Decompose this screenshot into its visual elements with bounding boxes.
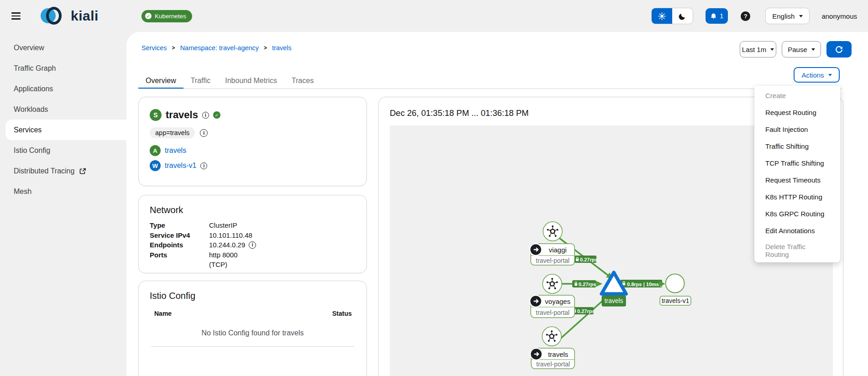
sidebar-item-distributed-tracing[interactable]: Distributed Tracing bbox=[0, 161, 126, 181]
breadcrumb-service-name[interactable]: travels bbox=[272, 44, 292, 52]
svg-text:0.27rps: 0.27rps bbox=[579, 282, 596, 287]
menu-item-k8s-grpc-routing[interactable]: K8s GRPC Routing bbox=[754, 205, 840, 222]
menu-item-delete-traffic-routing: Delete Traffic Routing bbox=[754, 242, 840, 259]
menu-item-request-routing[interactable]: Request Routing bbox=[754, 104, 840, 121]
column-name: Name bbox=[154, 310, 172, 317]
network-card-title: Network bbox=[150, 205, 356, 215]
help-icon[interactable]: ? bbox=[741, 11, 750, 21]
sidebar: Overview Traffic Graph Applications Work… bbox=[0, 32, 126, 376]
service-type-badge: S bbox=[150, 109, 162, 121]
workload-link[interactable]: travels-v1 bbox=[165, 162, 196, 170]
tab-overview[interactable]: Overview bbox=[138, 73, 183, 89]
angle-right-icon: > bbox=[264, 45, 267, 51]
caret-down-icon bbox=[770, 48, 774, 51]
sidebar-item-overview[interactable]: Overview bbox=[0, 37, 126, 58]
dark-theme-button[interactable] bbox=[672, 8, 693, 24]
language-dropdown[interactable]: English bbox=[765, 8, 810, 24]
kiali-logo-icon bbox=[41, 6, 67, 26]
app-type-badge: A bbox=[150, 145, 161, 156]
content-panel: Services > Namespace: travel-agency > tr… bbox=[126, 32, 868, 376]
workload-box-node-viaggi[interactable]: viaggi travel-portal bbox=[530, 244, 575, 265]
workload-box-node-travels[interactable]: travels travel-portal bbox=[530, 348, 575, 369]
actions-button[interactable]: Actions bbox=[794, 67, 840, 83]
graph-time-range: Dec 26, 01:35:18 PM ... 01:36:18 PM bbox=[390, 108, 528, 118]
brand-name: kiali bbox=[71, 8, 99, 24]
refresh-button[interactable] bbox=[826, 41, 852, 57]
svg-text:travels-v1: travels-v1 bbox=[662, 297, 690, 304]
actions-dropdown-menu: Create Request Routing Fault Injection T… bbox=[754, 86, 840, 262]
workload-circle-node-travels-v1[interactable]: travels-v1 bbox=[660, 274, 691, 306]
workload-type-badge: W bbox=[150, 160, 161, 171]
check-circle-icon: ✓ bbox=[145, 13, 152, 19]
menu-item-traffic-shifting[interactable]: Traffic Shifting bbox=[754, 138, 840, 155]
sidebar-item-applications[interactable]: Applications bbox=[0, 78, 126, 99]
refresh-interval-dropdown[interactable]: Pause bbox=[782, 41, 821, 57]
external-link-icon bbox=[79, 168, 86, 174]
breadcrumb: Services > Namespace: travel-agency > tr… bbox=[141, 44, 292, 52]
caret-down-icon bbox=[799, 15, 803, 17]
mesh-node[interactable] bbox=[542, 327, 561, 346]
info-icon[interactable]: i bbox=[249, 241, 256, 249]
arrow-circle-icon bbox=[530, 295, 542, 307]
sidebar-item-istio-config[interactable]: Istio Config bbox=[0, 140, 126, 161]
sidebar-item-mesh[interactable]: Mesh bbox=[0, 181, 126, 202]
cluster-badge: ✓ Kubernetes bbox=[141, 10, 192, 22]
menu-item-tcp-traffic-shifting[interactable]: TCP Traffic Shifting bbox=[754, 155, 840, 172]
theme-toggle bbox=[651, 8, 693, 24]
menu-item-create: Create bbox=[754, 87, 840, 104]
svg-text:travel-portal: travel-portal bbox=[536, 309, 570, 316]
notifications-count: 1 bbox=[720, 12, 723, 20]
column-status: Status bbox=[332, 310, 352, 317]
caret-down-icon bbox=[811, 48, 815, 51]
breadcrumb-namespace[interactable]: Namespace: travel-agency bbox=[180, 44, 259, 52]
edge-rate-badge: 0.27rps bbox=[572, 280, 596, 287]
actions-label: Actions bbox=[801, 71, 824, 79]
tab-inbound-metrics[interactable]: Inbound Metrics bbox=[218, 73, 284, 89]
arrow-circle-icon bbox=[530, 348, 542, 360]
tab-divider bbox=[138, 89, 842, 89]
workload-box-node-voyages[interactable]: voyages travel-portal bbox=[530, 295, 575, 318]
sidebar-item-label: Distributed Tracing bbox=[14, 167, 74, 175]
angle-right-icon: > bbox=[172, 45, 175, 51]
hamburger-menu-icon[interactable] bbox=[11, 12, 21, 20]
info-icon[interactable]: i bbox=[200, 129, 208, 137]
menu-item-k8s-http-routing[interactable]: K8s HTTP Routing bbox=[754, 188, 840, 205]
istio-table-header: Name Status bbox=[150, 310, 356, 318]
svg-text:travel-portal: travel-portal bbox=[536, 257, 570, 264]
table-divider bbox=[151, 346, 354, 347]
breadcrumb-services[interactable]: Services bbox=[141, 44, 167, 52]
menu-item-fault-injection[interactable]: Fault Injection bbox=[754, 121, 840, 138]
tab-traces[interactable]: Traces bbox=[284, 73, 321, 89]
svg-text:travels: travels bbox=[604, 297, 623, 304]
tab-traffic[interactable]: Traffic bbox=[183, 73, 218, 89]
svg-text:travel-portal: travel-portal bbox=[536, 360, 570, 368]
light-theme-button[interactable] bbox=[652, 8, 672, 24]
sidebar-item-workloads[interactable]: Workloads bbox=[0, 99, 126, 120]
info-icon[interactable]: i bbox=[200, 162, 207, 169]
tab-bar: Overview Traffic Inbound Metrics Traces bbox=[138, 73, 321, 89]
kiali-logo[interactable]: kiali bbox=[41, 6, 99, 26]
user-menu[interactable]: anonymous bbox=[821, 12, 857, 20]
service-summary-card: S travels i ✓ app=travels i A travels W … bbox=[138, 97, 367, 186]
duration-dropdown[interactable]: Last 1m bbox=[740, 41, 776, 57]
mesh-node[interactable] bbox=[543, 274, 562, 293]
svg-text:voyages: voyages bbox=[545, 298, 570, 305]
network-row-ports: Ports http 8000 (TCP) bbox=[150, 250, 356, 270]
service-title: travels bbox=[166, 109, 198, 121]
sun-icon bbox=[658, 12, 666, 20]
sidebar-item-traffic-graph[interactable]: Traffic Graph bbox=[0, 58, 126, 78]
language-label: English bbox=[772, 12, 795, 20]
caret-down-icon bbox=[828, 74, 832, 76]
info-icon[interactable]: i bbox=[202, 112, 209, 119]
app-link[interactable]: travels bbox=[165, 146, 186, 155]
svg-text:viaggi: viaggi bbox=[549, 246, 566, 254]
service-triangle-node-travels[interactable]: travels bbox=[601, 272, 626, 306]
istio-empty-message: No Istio Config found for travels bbox=[150, 329, 356, 337]
notifications-button[interactable]: 1 bbox=[706, 8, 728, 24]
mesh-node[interactable] bbox=[543, 222, 562, 241]
arrow-circle-icon bbox=[530, 244, 542, 256]
menu-item-request-timeouts[interactable]: Request Timeouts bbox=[754, 172, 840, 188]
menu-item-edit-annotations[interactable]: Edit Annotations bbox=[754, 222, 840, 239]
label-pill: app=travels bbox=[150, 127, 195, 138]
sidebar-item-services[interactable]: Services bbox=[5, 120, 126, 140]
